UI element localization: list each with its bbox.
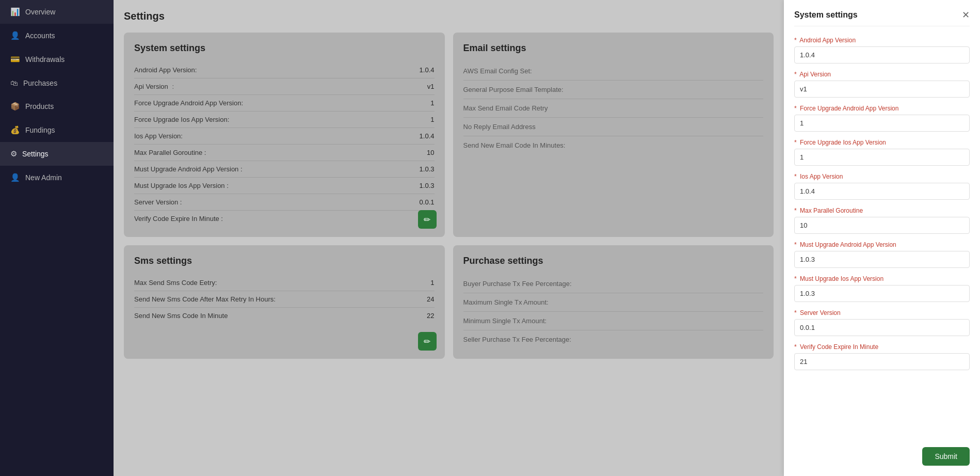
accounts-icon: 👤	[10, 31, 20, 40]
system-settings-edit-button[interactable]: ✏	[418, 210, 437, 229]
system-setting-row: Android App Version:1.0.4	[134, 62, 435, 78]
panel-field-label: * Android App Version	[794, 37, 970, 44]
system-setting-row: Must Upgrade Ios App Version :1.0.3	[134, 178, 435, 194]
system-setting-row: Max Parallel Goroutine :10	[134, 145, 435, 161]
main-content: Settings System settings Android App Ver…	[114, 0, 784, 476]
panel-fields: * Android App Version* Api Version* Forc…	[794, 37, 970, 377]
setting-label: Ios App Version:	[134, 132, 183, 140]
required-star: *	[794, 71, 797, 78]
sidebar-item-purchases[interactable]: 🛍 Purchases	[0, 71, 114, 94]
setting-value: 1	[430, 116, 434, 123]
required-star: *	[794, 37, 797, 44]
bottom-cards-row: Sms settings Max Send Sms Code Eetry:1Se…	[124, 245, 774, 359]
purchase-settings-card: Purchase settings Buyer Purchase Tx Fee …	[453, 245, 774, 359]
setting-value: 1.0.3	[420, 182, 435, 189]
sidebar-item-label: Purchases	[23, 79, 57, 87]
setting-value: 1	[430, 279, 434, 287]
submit-button[interactable]: Submit	[922, 447, 970, 466]
system-setting-row: Ios App Version:1.0.4	[134, 128, 435, 145]
email-settings-card: Email settings AWS Email Config Set:Gene…	[453, 33, 774, 237]
sidebar-item-label: New Admin	[25, 173, 62, 182]
setting-value: 1	[430, 99, 434, 107]
top-cards-row: System settings Android App Version:1.0.…	[124, 33, 774, 237]
setting-label: Verify Code Expire In Minute :	[134, 215, 223, 223]
email-settings-rows: AWS Email Config Set:General Purpose Ema…	[463, 62, 764, 154]
setting-label: Send New Sms Code In Minute	[134, 312, 228, 320]
purchase-settings-rows: Buyer Purchase Tx Fee Percentage:Maximum…	[463, 275, 764, 348]
panel-form-group: * Android App Version	[794, 37, 970, 64]
system-setting-row: Api Version :v1	[134, 78, 435, 95]
setting-label: Api Version :	[134, 83, 176, 90]
panel-field-label: * Max Parallel Goroutine	[794, 207, 970, 214]
new-admin-icon: 👤	[10, 173, 20, 182]
page-title: Settings	[124, 10, 774, 22]
setting-value: 0.0.1	[420, 198, 435, 206]
purchase-setting-row: Seller Purchase Tx Fee Percentage:	[463, 330, 764, 348]
panel-form-group: * Force Upgrade Android App Version	[794, 105, 970, 132]
sidebar-item-label: Accounts	[25, 31, 55, 40]
panel-field-label: * Verify Code Expire In Minute	[794, 343, 970, 351]
panel-field-label: * Force Upgrade Android App Version	[794, 105, 970, 112]
panel-form-group: * Max Parallel Goroutine	[794, 207, 970, 234]
required-star: *	[794, 275, 797, 282]
panel-form-group: * Must Upgrade Ios App Version	[794, 275, 970, 302]
purchase-settings-title: Purchase settings	[463, 256, 764, 266]
setting-value: 10	[427, 149, 434, 156]
sidebar-item-accounts[interactable]: 👤 Accounts	[0, 24, 114, 47]
system-settings-card: System settings Android App Version:1.0.…	[124, 33, 445, 237]
setting-value: 22	[427, 312, 434, 320]
system-settings-title: System settings	[134, 43, 435, 54]
settings-icon: ⚙	[10, 149, 17, 158]
setting-label: Server Version :	[134, 198, 182, 206]
panel-form-group: * Must Upgrade Android App Version	[794, 241, 970, 268]
required-star: *	[794, 105, 797, 112]
setting-label: Send New Sms Code After Max Retry In Hou…	[134, 295, 276, 303]
sidebar-item-new-admin[interactable]: 👤 New Admin	[0, 166, 114, 189]
sms-settings-title: Sms settings	[134, 256, 435, 266]
required-star: *	[794, 309, 797, 316]
withdrawals-icon: 💳	[10, 55, 20, 64]
panel-header: System settings ✕	[794, 10, 970, 26]
sidebar-item-label: Withdrawals	[25, 55, 65, 64]
overview-icon: 📊	[10, 7, 20, 17]
panel-field-label: * Must Upgrade Ios App Version	[794, 275, 970, 282]
sidebar-item-withdrawals[interactable]: 💳 Withdrawals	[0, 47, 114, 71]
panel-input-force-upgrade-android[interactable]	[794, 115, 970, 132]
panel-form-group: * Verify Code Expire In Minute	[794, 343, 970, 370]
sms-setting-row: Send New Sms Code In Minute22	[134, 308, 435, 324]
email-setting-row: Send New Email Code In Minutes:	[463, 136, 764, 154]
sms-settings-card: Sms settings Max Send Sms Code Eetry:1Se…	[124, 245, 445, 359]
system-setting-row: Force Upgrade Android App Version:1	[134, 95, 435, 112]
panel-input-force-upgrade-ios[interactable]	[794, 149, 970, 166]
sidebar-item-label: Products	[25, 102, 54, 110]
system-setting-row: Verify Code Expire In Minute :21	[134, 211, 435, 227]
sidebar-item-label: Overview	[25, 8, 55, 16]
sms-settings-edit-button[interactable]: ✏	[418, 332, 437, 351]
right-panel: System settings ✕ * Android App Version*…	[784, 0, 980, 476]
panel-input-must-upgrade-android[interactable]	[794, 251, 970, 268]
panel-input-server-version[interactable]	[794, 319, 970, 336]
email-setting-row: AWS Email Config Set:	[463, 62, 764, 81]
sms-settings-rows: Max Send Sms Code Eetry:1Send New Sms Co…	[134, 275, 435, 324]
system-settings-rows: Android App Version:1.0.4Api Version :v1…	[134, 62, 435, 227]
sidebar-item-settings[interactable]: ⚙ Settings	[0, 142, 114, 166]
panel-field-label: * Server Version	[794, 309, 970, 316]
required-star: *	[794, 139, 797, 146]
setting-label: Must Upgrade Ios App Version :	[134, 182, 229, 189]
email-setting-row: General Purpose Email Template:	[463, 81, 764, 99]
setting-label: Max Send Sms Code Eetry:	[134, 279, 217, 287]
sidebar-item-products[interactable]: 📦 Products	[0, 94, 114, 118]
email-settings-title: Email settings	[463, 43, 764, 54]
panel-form-group: * Force Upgrade Ios App Version	[794, 139, 970, 166]
panel-input-verify-code-expire[interactable]	[794, 353, 970, 370]
sidebar-item-fundings[interactable]: 💰 Fundings	[0, 118, 114, 142]
panel-input-ios-app-version[interactable]	[794, 183, 970, 200]
panel-close-button[interactable]: ✕	[962, 10, 970, 20]
sidebar-item-overview[interactable]: 📊 Overview	[0, 0, 114, 24]
panel-field-label: * Ios App Version	[794, 173, 970, 180]
fundings-icon: 💰	[10, 125, 20, 135]
panel-input-api-version[interactable]	[794, 81, 970, 98]
panel-input-android-app-version[interactable]	[794, 46, 970, 64]
panel-input-max-parallel-goroutine[interactable]	[794, 217, 970, 234]
panel-input-must-upgrade-ios[interactable]	[794, 285, 970, 302]
